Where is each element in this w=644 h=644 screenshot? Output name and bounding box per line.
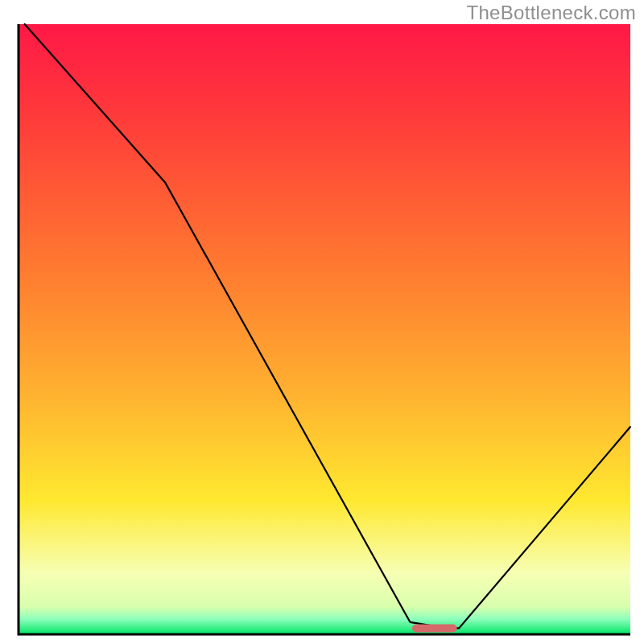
bottleneck-chart <box>0 0 644 644</box>
watermark-text: TheBottleneck.com <box>466 2 636 24</box>
chart-frame: TheBottleneck.com <box>0 0 644 644</box>
plot-background <box>19 24 630 634</box>
